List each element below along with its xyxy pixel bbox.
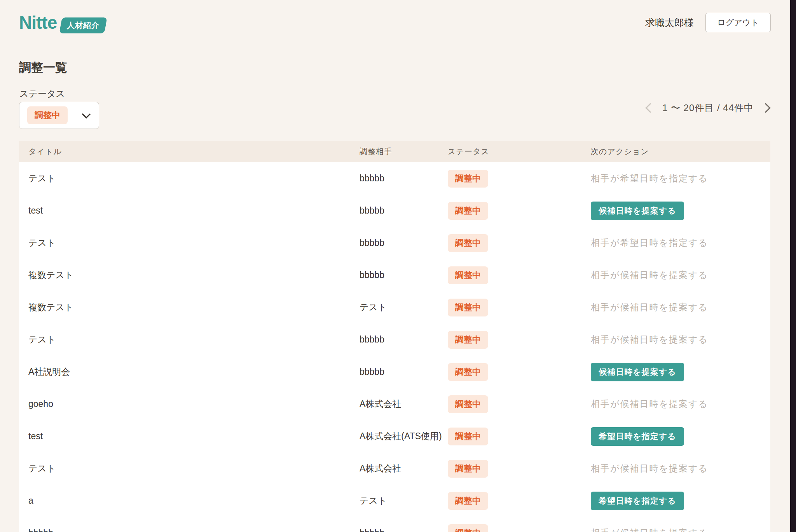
table-row: 複数テスト bbbbb 調整中 相手が候補日時を提案する bbox=[19, 259, 770, 291]
table-row: a テスト 調整中 希望日時を指定する bbox=[19, 485, 770, 517]
row-status-badge: 調整中 bbox=[448, 299, 488, 316]
table-row: テスト A株式会社 調整中 相手が候補日時を提案する bbox=[19, 452, 770, 485]
brand-service-badge: 人材紹介 bbox=[59, 17, 107, 33]
row-action-text: 相手が候補日時を提案する bbox=[591, 463, 708, 473]
chevron-right-icon bbox=[761, 103, 770, 113]
row-title: bbbbb bbox=[28, 528, 360, 532]
row-action-cell: 希望日時を指定する bbox=[591, 492, 770, 510]
pagination-prev-button[interactable] bbox=[645, 103, 655, 113]
row-title: test bbox=[28, 205, 360, 216]
row-status-badge: 調整中 bbox=[448, 234, 488, 252]
row-action-text: 相手が希望日時を指定する bbox=[591, 173, 708, 183]
row-title: テスト bbox=[28, 334, 360, 346]
column-header-title: タイトル bbox=[28, 146, 360, 157]
row-title: a bbox=[28, 495, 360, 506]
top-bar-right: 求職太郎様 ログアウト bbox=[645, 13, 771, 32]
table-row: A社説明会 bbbbb 調整中 候補日時を提案する bbox=[19, 356, 770, 388]
row-title: A社説明会 bbox=[28, 366, 360, 378]
row-action-text: 相手が候補日時を提案する bbox=[591, 270, 708, 280]
brand-service-badge-label: 人材紹介 bbox=[67, 20, 100, 31]
table-row: bbbbb bbbbb 調整中 相手が候補日時を提案する bbox=[19, 517, 770, 532]
row-action-cell: 相手が候補日時を提案する bbox=[591, 527, 770, 532]
row-status-badge: 調整中 bbox=[448, 202, 488, 220]
chevron-down-icon bbox=[82, 110, 91, 119]
row-action-button[interactable]: 希望日時を指定する bbox=[591, 492, 684, 510]
table-row: test A株式会社(ATS使用) 調整中 希望日時を指定する bbox=[19, 420, 770, 452]
row-title: 複数テスト bbox=[28, 301, 360, 313]
row-title: goeho bbox=[28, 399, 360, 409]
pagination: 1 〜 20件目 / 44件中 bbox=[645, 99, 771, 116]
table-header-row: タイトル 調整相手 ステータス 次のアクション bbox=[19, 141, 770, 162]
status-select[interactable]: 調整中 bbox=[19, 102, 99, 129]
row-action-button[interactable]: 候補日時を提案する bbox=[591, 202, 684, 220]
user-name: 求職太郎様 bbox=[645, 16, 694, 29]
row-action-button[interactable]: 希望日時を指定する bbox=[591, 427, 684, 446]
row-status-badge: 調整中 bbox=[448, 492, 488, 510]
row-partner: A株式会社 bbox=[360, 398, 448, 410]
status-filter-label: ステータス bbox=[19, 88, 65, 100]
table-row: goeho A株式会社 調整中 相手が候補日時を提案する bbox=[19, 388, 770, 420]
row-title: 複数テスト bbox=[28, 269, 360, 281]
row-status-badge: 調整中 bbox=[448, 170, 488, 188]
pagination-next-button[interactable] bbox=[761, 103, 771, 113]
row-status-badge: 調整中 bbox=[448, 428, 488, 445]
table-body: テスト bbbbb 調整中 相手が希望日時を指定する test bbbbb 調整… bbox=[19, 162, 770, 532]
brand-name: Nitte bbox=[19, 14, 57, 31]
column-header-partner: 調整相手 bbox=[360, 146, 448, 157]
row-title: テスト bbox=[28, 172, 360, 184]
column-header-status: ステータス bbox=[448, 146, 591, 157]
page-title: 調整一覧 bbox=[19, 59, 67, 76]
row-partner: bbbbb bbox=[360, 334, 448, 345]
row-action-cell: 相手が希望日時を指定する bbox=[591, 237, 770, 249]
row-partner: A株式会社(ATS使用) bbox=[360, 430, 448, 442]
row-title: テスト bbox=[28, 462, 360, 475]
adjustment-table: タイトル 調整相手 ステータス 次のアクション テスト bbbbb 調整中 相手… bbox=[19, 141, 770, 532]
row-partner: A株式会社 bbox=[360, 462, 448, 475]
row-status-badge: 調整中 bbox=[448, 524, 488, 532]
row-partner: bbbbb bbox=[360, 205, 448, 216]
row-status-badge: 調整中 bbox=[448, 395, 488, 413]
row-partner: bbbbb bbox=[360, 238, 448, 248]
row-action-cell: 希望日時を指定する bbox=[591, 427, 770, 446]
row-action-text: 相手が候補日時を提案する bbox=[591, 334, 708, 344]
chevron-left-icon bbox=[645, 103, 655, 113]
top-bar: Nitte 人材紹介 求職太郎様 ログアウト bbox=[19, 11, 771, 34]
row-partner: bbbbb bbox=[360, 270, 448, 280]
row-partner: テスト bbox=[360, 495, 448, 507]
row-status-badge: 調整中 bbox=[448, 266, 488, 284]
row-title: テスト bbox=[28, 237, 360, 249]
table-row: 複数テスト テスト 調整中 相手が候補日時を提案する bbox=[19, 291, 770, 323]
row-status-badge: 調整中 bbox=[448, 460, 488, 478]
pagination-range: 1 〜 20件目 / 44件中 bbox=[662, 102, 754, 114]
row-action-text: 相手が候補日時を提案する bbox=[591, 399, 708, 409]
row-status-badge: 調整中 bbox=[448, 331, 488, 349]
row-action-cell: 相手が候補日時を提案する bbox=[591, 301, 770, 313]
row-action-cell: 相手が候補日時を提案する bbox=[591, 462, 770, 475]
row-status-badge: 調整中 bbox=[448, 363, 488, 381]
row-title: test bbox=[28, 431, 360, 442]
row-action-cell: 相手が候補日時を提案する bbox=[591, 269, 770, 281]
logout-button[interactable]: ログアウト bbox=[705, 13, 771, 32]
table-row: テスト bbbbb 調整中 相手が希望日時を指定する bbox=[19, 227, 770, 259]
row-action-cell: 相手が候補日時を提案する bbox=[591, 398, 770, 410]
row-partner: テスト bbox=[360, 301, 448, 313]
row-action-cell: 相手が希望日時を指定する bbox=[591, 172, 770, 184]
row-action-text: 相手が候補日時を提案する bbox=[591, 528, 708, 532]
row-action-text: 相手が希望日時を指定する bbox=[591, 238, 708, 248]
window-edge bbox=[790, 0, 796, 532]
row-action-text: 相手が候補日時を提案する bbox=[591, 302, 708, 312]
row-action-button[interactable]: 候補日時を提案する bbox=[591, 363, 684, 381]
table-row: テスト bbbbb 調整中 相手が候補日時を提案する bbox=[19, 323, 770, 356]
row-action-cell: 候補日時を提案する bbox=[591, 202, 770, 220]
row-partner: bbbbb bbox=[360, 173, 448, 184]
table-row: test bbbbb 調整中 候補日時を提案する bbox=[19, 195, 770, 227]
row-action-cell: 候補日時を提案する bbox=[591, 363, 770, 381]
column-header-action: 次のアクション bbox=[591, 146, 770, 157]
brand-logo[interactable]: Nitte 人材紹介 bbox=[19, 12, 106, 33]
row-partner: bbbbb bbox=[360, 367, 448, 377]
status-select-value: 調整中 bbox=[27, 106, 68, 124]
row-action-cell: 相手が候補日時を提案する bbox=[591, 334, 770, 346]
table-row: テスト bbbbb 調整中 相手が希望日時を指定する bbox=[19, 162, 770, 195]
row-partner: bbbbb bbox=[360, 528, 448, 532]
